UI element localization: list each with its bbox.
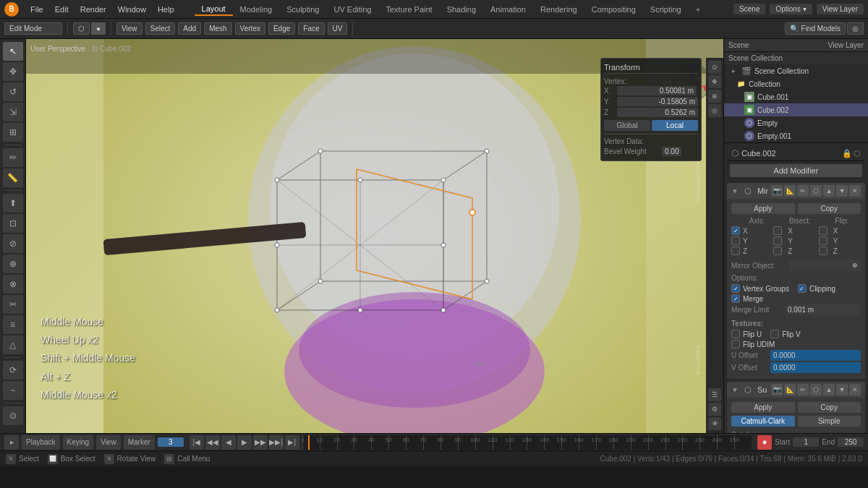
sub-apply-btn[interactable]: Apply [731, 402, 795, 413]
vp-overlay-btn[interactable]: ⊙ [708, 61, 721, 74]
vp-item-btn[interactable]: ☰ [708, 388, 721, 401]
playhead[interactable] [308, 435, 310, 450]
tool-scale[interactable]: ⇲ [3, 103, 23, 121]
tool-transform[interactable]: ⊞ [3, 123, 23, 142]
collection-item-empty[interactable]: ⬡ Empty [724, 116, 868, 129]
mir-cage-icon[interactable]: ⬡ [810, 185, 822, 197]
vp-gizmo-btn[interactable]: ✥ [708, 75, 721, 88]
view-mode-btn[interactable]: View [116, 22, 142, 35]
find-models-btn[interactable]: 🔍 Find Models [785, 22, 846, 35]
tab-uv-editing[interactable]: UV Editing [326, 4, 378, 15]
menu-help[interactable]: Help [152, 4, 180, 15]
sub-cage-icon[interactable]: ⬡ [810, 384, 822, 395]
collection-item-empty001[interactable]: ⬡ Empty.001 [724, 129, 868, 142]
tool-shrink[interactable]: ⊙ [3, 406, 23, 425]
tool-spin[interactable]: ⟳ [3, 361, 23, 380]
prev-keyframe-btn[interactable]: ◀ [221, 435, 236, 450]
vertex-btn[interactable]: Vertex [235, 22, 265, 35]
sub-simple-btn[interactable]: Simple [798, 416, 861, 427]
sub-catmull-btn[interactable]: Catmull-Clark [731, 416, 795, 427]
tool-smooth[interactable]: ~ [3, 381, 23, 400]
tab-modeling[interactable]: Modeling [233, 4, 280, 15]
tab-scripting[interactable]: Scripting [643, 4, 689, 15]
prop-proportional-btn[interactable]: ◎ [847, 22, 864, 35]
collection-item-collection[interactable]: 📁 Collection [724, 77, 868, 90]
tool-measure[interactable]: 📏 [3, 168, 23, 187]
view-layer-name[interactable]: View Layer [817, 4, 864, 14]
view-menu[interactable]: View [96, 435, 121, 450]
select-status-item[interactable]: 🖱 Select [6, 454, 39, 464]
tool-extrude[interactable]: ⬆ [3, 194, 23, 213]
options-btn[interactable]: Options ▾ [770, 4, 812, 14]
tab-layout[interactable]: Layout [195, 3, 233, 16]
prop-lock-icon[interactable]: 🔒 [842, 149, 852, 158]
timeline-collapse-btn[interactable]: ▸ [4, 435, 19, 450]
mode-selector[interactable]: Edit Mode [4, 22, 62, 35]
collection-item-cube001[interactable]: ▣ Cube.001 [724, 90, 868, 103]
vp-tool-btn[interactable]: ⚙ [708, 403, 721, 416]
vp-snap-btn[interactable]: ⊕ [708, 90, 721, 103]
u-offset-field[interactable]: 0.0000 [770, 350, 861, 361]
sub-camera-icon[interactable]: 📷 [771, 384, 783, 395]
collection-item-cube002[interactable]: ▣ Cube.002 [724, 103, 868, 116]
flip-y-checkbox[interactable] [819, 236, 827, 245]
keying-menu[interactable]: Keying [63, 435, 94, 450]
mir-camera-icon[interactable]: 📷 [771, 185, 783, 197]
v-offset-field[interactable]: 0.0000 [770, 362, 861, 373]
tab-sculpting[interactable]: Sculpting [279, 4, 326, 15]
timeline-ruler[interactable]: 0102030405060708090100110120130140150160… [302, 435, 752, 450]
scene-name[interactable]: Scene [733, 4, 765, 14]
tab-rendering[interactable]: Rendering [533, 4, 584, 15]
viewport[interactable]: User Perspective 3) Cube.002 Z X Y [26, 39, 723, 433]
sub-edit-icon[interactable]: ✏ [797, 384, 809, 395]
start-frame-field[interactable]: 1 [793, 437, 819, 447]
keyframe-btn[interactable]: ◆ [757, 435, 772, 450]
bisect-y-checkbox[interactable] [773, 236, 782, 245]
call-menu-status-item[interactable]: ▤ Call Menu [164, 454, 210, 464]
add-btn[interactable]: Add [178, 22, 201, 35]
tab-shading[interactable]: Shading [440, 4, 483, 15]
bevel-weight-value[interactable]: 0.00 [662, 147, 681, 156]
mir-render-icon[interactable]: 📐 [784, 185, 796, 197]
mir-close-icon[interactable]: ✕ [849, 185, 861, 197]
viewport-overlay-btn[interactable]: ⬡ [73, 22, 90, 35]
merge-limit-field[interactable]: 0.001 m [785, 304, 861, 315]
tool-cursor[interactable]: ↖ [3, 42, 23, 61]
tool-annotate[interactable]: ✏ [3, 148, 23, 167]
rotate-view-status-item[interactable]: 🖱 Rotate View [104, 454, 156, 464]
tool-bisect[interactable]: ≡ [3, 315, 23, 334]
mir-down-icon[interactable]: ▼ [836, 185, 848, 197]
merge-checkbox[interactable] [731, 294, 740, 303]
vertex-z-value[interactable]: 0.5262 m [617, 108, 698, 117]
axis-x-checkbox[interactable] [731, 226, 740, 235]
vertex-x-value[interactable]: 0.50081 m [617, 86, 697, 95]
sub-copy-btn[interactable]: Copy [798, 402, 861, 413]
playback-menu[interactable]: Playback [22, 435, 60, 450]
select-mode-btn[interactable]: Select [145, 22, 176, 35]
flip-u-checkbox[interactable] [731, 330, 740, 338]
axis-y-checkbox[interactable] [731, 236, 740, 245]
tab-texture-paint[interactable]: Texture Paint [378, 4, 439, 15]
tool-inset[interactable]: ⊡ [3, 214, 23, 233]
tab-compositing[interactable]: Compositing [584, 4, 643, 15]
bisect-z-checkbox[interactable] [773, 247, 782, 255]
prop-more-icon[interactable]: ⬡ [854, 149, 861, 158]
mir-edit-icon[interactable]: ✏ [797, 185, 809, 197]
jump-start-btn[interactable]: |◀ [190, 435, 204, 450]
tool-loop-cut[interactable]: ⊕ [3, 254, 23, 273]
sub-close-icon[interactable]: ✕ [849, 384, 861, 395]
edge-btn[interactable]: Edge [268, 22, 295, 35]
mesh-btn[interactable]: Mesh [204, 22, 231, 35]
mirror-object-field[interactable]: ⊕ [789, 260, 861, 271]
face-btn[interactable]: Face [298, 22, 324, 35]
vp-proportional-btn[interactable]: ◎ [708, 104, 721, 117]
mirror-apply-btn[interactable]: Apply [731, 203, 795, 214]
flip-z-checkbox[interactable] [819, 247, 827, 255]
add-modifier-btn[interactable]: Add Modifier [730, 164, 862, 177]
menu-window[interactable]: Window [112, 4, 152, 15]
current-frame-field[interactable]: 3 [158, 437, 184, 447]
vp-view-btn[interactable]: 👁 [708, 417, 721, 430]
play-btn[interactable]: ▶ [237, 435, 252, 450]
bisect-x-checkbox[interactable] [773, 226, 782, 235]
tool-bevel[interactable]: ⊘ [3, 234, 23, 253]
